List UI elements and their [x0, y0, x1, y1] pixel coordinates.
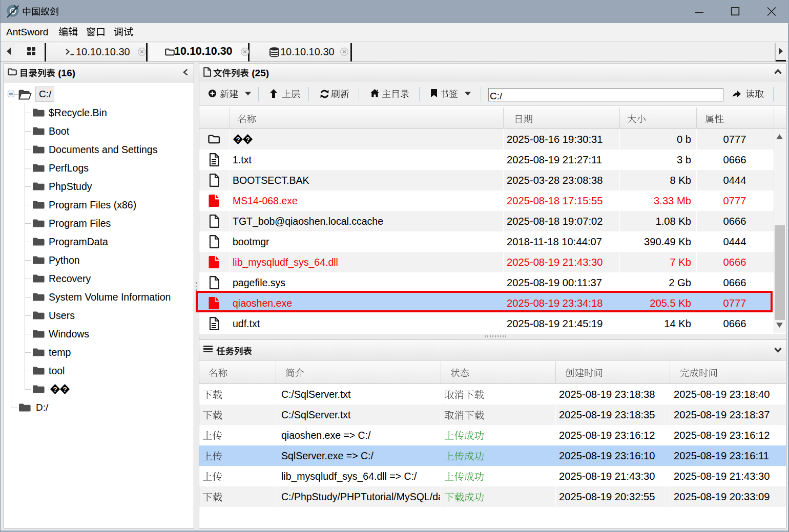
svg-text:?: ? [246, 136, 250, 143]
svg-text:?: ? [63, 386, 67, 393]
svg-text:?: ? [236, 136, 240, 143]
svg-text:?: ? [53, 386, 57, 393]
